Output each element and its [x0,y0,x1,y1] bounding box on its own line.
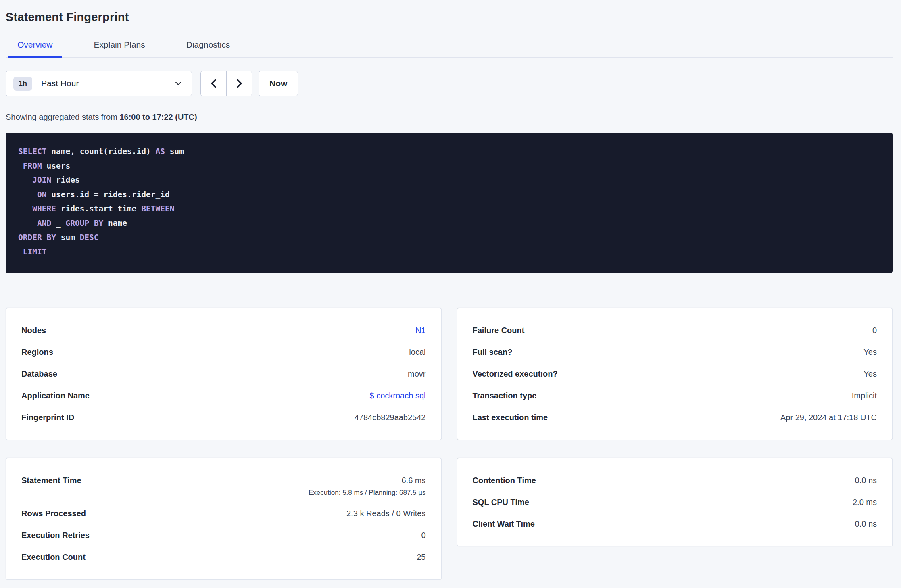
chevron-right-icon [234,78,244,89]
row-label: Fingerprint ID [21,412,74,423]
card-row: Fingerprint ID4784cb829aab2542 [21,407,426,428]
next-time-range-button[interactable] [226,71,252,96]
summary-cards-row-2: Statement Time6.6 msExecution: 5.8 ms / … [6,458,893,580]
row-value-wrap: 0.0 ns [855,475,877,486]
time-stats-card: Contention Time0.0 nsSQL CPU Time2.0 msC… [457,458,893,546]
time-shift-button-group [200,71,252,96]
row-value-wrap: 2.3 k Reads / 0 Writes [346,508,425,519]
card-row: Vectorized execution?Yes [473,363,877,385]
card-row: NodesN1 [21,319,426,341]
card-row: Execution Count25 [21,546,426,568]
sql-keyword: WHERE [32,204,56,213]
sql-text: _ [46,247,56,256]
sql-text [18,247,23,256]
sql-text [18,175,32,185]
row-value-wrap: Apr 29, 2024 at 17:18 UTC [780,412,877,423]
sql-keyword: LIMIT [23,247,47,256]
card-row: Application Name$ cockroach sql [21,385,426,407]
sql-line: FROM users [18,159,880,173]
aggregated-stats-range: 16:00 to 17:22 (UTC) [119,113,197,121]
card-row: Databasemovr [21,363,426,385]
tab-bar: Overview Explain Plans Diagnostics [6,40,893,58]
sql-text: rides.start_time [56,204,141,213]
sql-keyword: ON [37,190,46,199]
sql-text: users.id = rides.rider_id [46,190,169,199]
chevron-left-icon [209,78,219,89]
row-value-wrap: movr [408,368,425,379]
sql-keyword: FROM [23,161,42,171]
row-label: Application Name [21,390,90,401]
tab-explain-plans[interactable]: Explain Plans [85,40,154,57]
card-row: Transaction typeImplicit [473,385,877,407]
sql-text: _ [51,219,65,228]
sql-text: sum [56,233,80,242]
card-row: Last execution timeApr 29, 2024 at 17:18… [473,407,877,428]
tab-diagnostics[interactable]: Diagnostics [177,40,240,57]
row-value: 2.0 ms [853,498,877,507]
row-value-wrap: 6.6 msExecution: 5.8 ms / Planning: 687.… [309,475,425,497]
row-value-wrap: 4784cb829aab2542 [355,412,426,423]
time-range-label: Past Hour [41,79,174,88]
sql-text: users [42,161,70,171]
card-row: Client Wait Time0.0 ns [473,513,877,535]
row-value-wrap: $ cockroach sql [370,390,426,401]
sql-text: name, count(rides.id) [46,147,155,156]
row-value-wrap: Implicit [852,390,877,401]
row-value-wrap: Yes [863,346,877,358]
row-sub-value: Execution: 5.8 ms / Planning: 687.5 µs [309,488,425,497]
tab-overview[interactable]: Overview [8,40,62,57]
now-button[interactable]: Now [259,71,298,96]
row-value-link[interactable]: N1 [415,326,426,335]
sql-keyword: ORDER BY [18,233,56,242]
sql-text: rides [51,175,79,185]
sql-line: ON users.id = rides.rider_id [18,188,880,202]
sql-keyword: SELECT [18,147,46,156]
sql-keyword: BETWEEN [141,204,174,213]
card-row: Execution Retries0 [21,524,426,546]
time-controls: 1h Past Hour [6,71,893,96]
sql-text [18,219,37,228]
row-label: Vectorized execution? [473,368,558,379]
row-value: 0 [421,531,425,540]
row-value: 2.3 k Reads / 0 Writes [346,509,425,518]
row-value-link[interactable]: $ cockroach sql [370,391,426,400]
chevron-down-icon [174,79,183,88]
sql-keyword: DESC [80,233,99,242]
row-label: Contention Time [473,475,536,486]
previous-time-range-button[interactable] [201,71,226,96]
row-label: Last execution time [473,412,548,423]
time-range-dropdown[interactable]: 1h Past Hour [6,71,192,96]
row-value-wrap: 2.0 ms [853,496,877,508]
row-value-wrap: 0.0 ns [855,518,877,530]
row-label: Regions [21,346,53,358]
row-value: 4784cb829aab2542 [355,413,426,422]
sql-text [18,204,32,213]
row-label: Database [21,368,57,379]
page-title: Statement Fingerprint [6,10,893,24]
overview-card: NodesN1RegionslocalDatabasemovrApplicati… [6,308,442,440]
card-row: Regionslocal [21,341,426,363]
row-label: Execution Retries [21,530,90,541]
row-value-wrap: N1 [415,325,426,336]
row-value-wrap: 0 [421,530,425,541]
sql-keyword: AND [37,219,51,228]
aggregated-stats-line: Showing aggregated stats from 16:00 to 1… [6,113,893,122]
row-value: Apr 29, 2024 at 17:18 UTC [780,413,877,422]
card-row: Statement Time6.6 msExecution: 5.8 ms / … [21,469,426,503]
row-value: 6.6 ms [401,476,425,485]
card-row: Contention Time0.0 ns [473,469,877,491]
row-value: Yes [863,348,877,357]
sql-line: ORDER BY sum DESC [18,230,880,245]
row-value: 25 [417,553,425,561]
row-label: Statement Time [21,475,81,486]
row-value: 0.0 ns [855,519,877,528]
sql-text: name [103,219,127,228]
statement-stats-card: Statement Time6.6 msExecution: 5.8 ms / … [6,458,442,580]
sql-line: LIMIT _ [18,245,880,259]
sql-line: WHERE rides.start_time BETWEEN _ [18,202,880,216]
aggregated-stats-prefix: Showing aggregated stats from [6,113,119,121]
row-value: Implicit [852,391,877,400]
execution-attributes-card: Failure Count0Full scan?YesVectorized ex… [457,308,893,440]
sql-text: _ [174,204,184,213]
row-value: local [409,348,425,357]
